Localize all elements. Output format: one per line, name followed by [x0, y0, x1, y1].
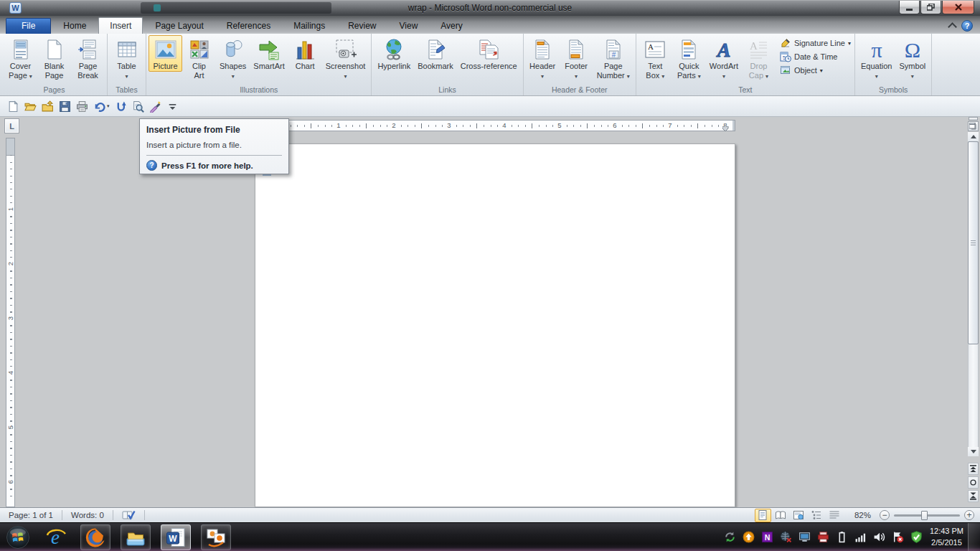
- previous-page-icon[interactable]: [968, 463, 979, 475]
- blank-page-button[interactable]: BlankPage: [37, 35, 71, 81]
- scroll-up-arrow[interactable]: [968, 132, 979, 141]
- open-folder-button[interactable]: [42, 100, 54, 113]
- split-handle[interactable]: [969, 117, 978, 121]
- customize-quick-access-toolbar-button[interactable]: [166, 100, 179, 113]
- ruler-toggle-icon[interactable]: [968, 121, 979, 131]
- tray-onenote-icon[interactable]: N: [761, 531, 773, 543]
- web-layout-view-icon[interactable]: [791, 509, 807, 522]
- tab-home[interactable]: Home: [52, 18, 97, 34]
- taskbar-word-icon[interactable]: W: [161, 524, 191, 550]
- tray-action-center-icon[interactable]: [892, 531, 904, 543]
- vertical-scrollbar[interactable]: [967, 117, 979, 507]
- tray-signal-icon[interactable]: [854, 531, 867, 543]
- vertical-ruler[interactable]: 123456: [6, 138, 15, 507]
- tray-printer-icon[interactable]: [817, 531, 829, 543]
- date-and-time-button[interactable]: 5Date & Time: [780, 51, 851, 62]
- tab-review[interactable]: Review: [337, 18, 387, 34]
- tab-references[interactable]: References: [216, 18, 281, 34]
- chart-button[interactable]: Chart: [288, 35, 322, 72]
- tab-mailings[interactable]: Mailings: [283, 18, 336, 34]
- shapes-button[interactable]: Shapes▾: [216, 35, 250, 82]
- quick-print-button[interactable]: [76, 100, 88, 113]
- tray-update-icon[interactable]: [743, 531, 755, 543]
- open-button[interactable]: [24, 100, 37, 113]
- tray-security-icon[interactable]: [910, 531, 923, 543]
- start-button[interactable]: [4, 524, 32, 551]
- right-indent-marker[interactable]: [722, 126, 729, 132]
- ribbon-group-header-and-footer: Header▾Footer▾#PageNumber ▾Header & Foot…: [524, 34, 636, 95]
- object-button[interactable]: Object ▾: [780, 65, 851, 76]
- zoom-slider-thumb[interactable]: [921, 511, 928, 520]
- taskbar-windows-explorer-icon[interactable]: [121, 524, 151, 550]
- vruler-number: 2: [6, 260, 14, 268]
- svg-text:A: A: [648, 42, 654, 51]
- tab-stop-selector[interactable]: L: [4, 118, 19, 133]
- taskbar-internet-explorer-icon[interactable]: e: [42, 525, 70, 550]
- quick-parts-button[interactable]: QuickParts ▾: [672, 35, 706, 82]
- open-folder-icon: [24, 100, 37, 113]
- cross-reference-button[interactable]: Cross-reference: [457, 35, 521, 72]
- page-break-button[interactable]: PageBreak: [71, 35, 105, 81]
- minimize-button[interactable]: [899, 1, 920, 14]
- help-icon[interactable]: ?: [961, 20, 973, 32]
- save-button[interactable]: [59, 100, 71, 113]
- header-button[interactable]: Header▾: [526, 35, 560, 82]
- select-browse-object-icon[interactable]: [968, 476, 979, 489]
- taskbar-photo-viewer-icon[interactable]: [201, 524, 231, 550]
- close-button[interactable]: [942, 1, 974, 14]
- tab-insert[interactable]: Insert: [98, 17, 143, 34]
- tray-battery-icon[interactable]: [836, 531, 848, 543]
- table-button[interactable]: Table▾: [110, 35, 143, 82]
- tray-display-icon[interactable]: [798, 531, 811, 543]
- wordart-button[interactable]: AWordArt▾: [706, 35, 742, 82]
- scrollbar-thumb[interactable]: [968, 141, 979, 344]
- hyperlink-button[interactable]: Hyperlink: [374, 35, 414, 72]
- tab-file[interactable]: File: [6, 18, 51, 34]
- signature-line-button[interactable]: Signature Line ▾: [780, 37, 851, 49]
- word-count[interactable]: Words: 0: [62, 508, 113, 522]
- smartart-button[interactable]: SmartArt: [250, 35, 288, 72]
- fullscreen-reading-view-icon[interactable]: [773, 509, 789, 522]
- redo-button[interactable]: [115, 100, 127, 113]
- tray-volume-icon[interactable]: [873, 531, 885, 543]
- format-painter-button[interactable]: [149, 100, 161, 113]
- equation-button[interactable]: πEquation▾: [857, 35, 895, 82]
- show-desktop-button[interactable]: [968, 523, 980, 551]
- next-page-icon[interactable]: [968, 490, 979, 502]
- clip-art-button[interactable]: ClipArt: [182, 35, 216, 81]
- zoom-slider[interactable]: [894, 514, 960, 517]
- print-layout-view-icon[interactable]: [755, 509, 771, 522]
- zoom-out-icon[interactable]: −: [880, 510, 890, 520]
- text-box-icon: A: [644, 37, 666, 62]
- scroll-down-arrow[interactable]: [968, 447, 979, 456]
- text-box-button[interactable]: ATextBox ▾: [639, 35, 672, 82]
- taskbar-clock[interactable]: 12:43 PM 2/5/2015: [930, 526, 968, 548]
- document-page[interactable]: [255, 143, 735, 507]
- cover-page-button[interactable]: CoverPage ▾: [4, 35, 37, 82]
- bookmark-button[interactable]: Bookmark: [414, 35, 457, 72]
- outline-view-icon[interactable]: [809, 509, 825, 522]
- undo-button[interactable]: ▾: [93, 100, 110, 113]
- horizontal-ruler[interactable]: 12345678: [255, 120, 735, 131]
- restore-button[interactable]: [920, 1, 941, 14]
- page-number-button[interactable]: #PageNumber ▾: [593, 35, 633, 82]
- taskbar-firefox-icon[interactable]: [80, 524, 110, 550]
- draft-view-icon[interactable]: [826, 509, 843, 522]
- tab-page-layout[interactable]: Page Layout: [144, 18, 214, 34]
- zoom-level[interactable]: 82%: [854, 511, 871, 519]
- tray-sync-icon[interactable]: [724, 531, 736, 543]
- footer-button[interactable]: Footer▾: [560, 35, 593, 82]
- drop-cap-button[interactable]: ADropCap ▾: [742, 35, 776, 82]
- tab-view[interactable]: View: [389, 18, 429, 34]
- symbol-button[interactable]: ΩSymbol▾: [895, 35, 929, 82]
- picture-button[interactable]: Picture: [149, 35, 182, 72]
- zoom-in-icon[interactable]: +: [964, 510, 974, 520]
- tray-network-icon[interactable]: [780, 531, 792, 543]
- page-count[interactable]: Page: 1 of 1: [0, 508, 62, 522]
- minimize-ribbon-icon[interactable]: [948, 22, 957, 32]
- spellcheck-status-icon[interactable]: [113, 508, 144, 522]
- screenshot-button[interactable]: Screenshot▾: [322, 35, 369, 82]
- print-preview-button[interactable]: [132, 100, 144, 113]
- tab-avery[interactable]: Avery: [430, 18, 473, 34]
- new-document-button[interactable]: [7, 100, 19, 113]
